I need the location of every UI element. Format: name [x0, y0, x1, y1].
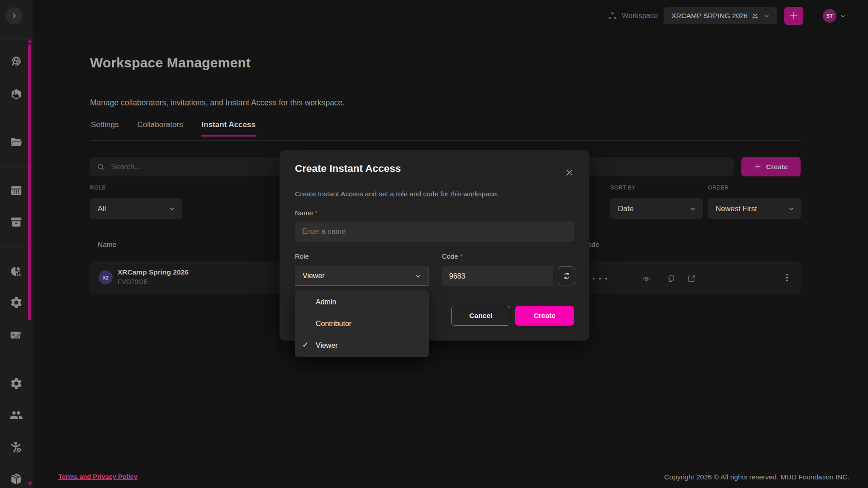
topbar: Workspace XRCAMP SRPING 2026 ST	[0, 0, 868, 32]
code-label-text: Code	[442, 252, 458, 260]
row-name: XRCamp Spring 2026	[118, 268, 189, 276]
sidebar-item-settings[interactable]	[9, 296, 23, 309]
package-box-icon	[9, 472, 23, 486]
terms-privacy-link[interactable]: Terms and Privacy Policy	[58, 473, 138, 480]
member-check-icon	[9, 441, 23, 454]
pie-chart-icon	[9, 265, 23, 279]
order-value: Newest First	[716, 204, 757, 213]
eye-icon	[641, 274, 651, 284]
group-icon	[751, 12, 759, 20]
role-dropdown-menu: Admin Contributor ✓ Viewer	[295, 290, 429, 357]
avatar: ST	[823, 9, 836, 23]
role-option-label: Viewer	[316, 341, 338, 350]
open-link-button[interactable]	[687, 274, 696, 283]
refresh-icon	[562, 271, 571, 280]
role-select-value: Viewer	[303, 272, 325, 280]
role-filter-label: ROLE	[90, 185, 106, 191]
create-button-label: Create	[766, 163, 787, 171]
external-link-icon	[687, 274, 696, 283]
sort-by-value: Date	[618, 204, 634, 213]
role-filter-value: All	[98, 204, 106, 213]
copy-icon	[667, 274, 676, 283]
sidebar-item-projects[interactable]	[9, 135, 23, 149]
tab-collaborators[interactable]: Collaborators	[136, 120, 184, 137]
close-icon	[564, 168, 574, 177]
required-asterisk: *	[315, 209, 318, 217]
role-option-admin[interactable]: Admin	[295, 291, 429, 313]
account-menu-button[interactable]: ST	[823, 9, 847, 23]
role-field-label: Role	[295, 252, 309, 260]
tab-bar: Settings Collaborators Instant Access	[90, 120, 256, 137]
chevron-down-icon	[839, 12, 847, 20]
sidebar-item-explore[interactable]	[9, 55, 23, 69]
row-avatar: X2	[99, 270, 113, 284]
workspace-label: Workspace	[622, 12, 658, 20]
chevron-right-icon	[9, 11, 19, 20]
sidebar-item-analytics[interactable]	[9, 265, 23, 279]
sidebar-item-licenses[interactable]	[9, 328, 23, 342]
cube-media-icon	[9, 88, 23, 101]
role-filter-dropdown[interactable]: All	[90, 198, 182, 219]
gear-icon	[9, 377, 23, 390]
workspace-nodes-icon	[607, 10, 618, 21]
sidebar-expand-button[interactable]	[5, 7, 23, 24]
card-edit-icon	[9, 328, 23, 342]
page-title: Workspace Management	[90, 55, 251, 71]
sidebar-divider	[0, 359, 33, 359]
sidebar-item-workspace-settings[interactable]	[9, 377, 23, 390]
topbar-divider	[813, 9, 813, 23]
people-icon	[9, 408, 23, 422]
code-input[interactable]	[442, 266, 553, 286]
chevron-down-icon	[787, 204, 796, 213]
sidebar	[0, 0, 33, 488]
folder-open-icon	[9, 135, 23, 149]
tab-instant-access[interactable]: Instant Access	[201, 120, 256, 137]
role-option-contributor[interactable]: Contributor	[295, 313, 429, 335]
tab-bar-rule	[90, 140, 802, 141]
sort-by-dropdown[interactable]: Date	[610, 198, 703, 219]
add-workspace-button[interactable]	[784, 7, 803, 25]
row-menu-button[interactable]	[783, 273, 792, 283]
order-dropdown[interactable]: Newest First	[708, 198, 802, 219]
copy-code-button[interactable]	[667, 274, 676, 283]
sort-by-label: SORT BY	[610, 185, 636, 191]
sidebar-item-sessions[interactable]	[9, 184, 23, 197]
chevron-down-icon	[414, 272, 422, 280]
sidebar-item-collaborators[interactable]	[9, 408, 23, 422]
workspace-selector[interactable]: XRCAMP SRPING 2026	[664, 7, 777, 24]
sidebar-item-members[interactable]	[9, 441, 23, 454]
code-field-label: Code *	[442, 252, 463, 260]
role-option-viewer[interactable]: ✓ Viewer	[295, 335, 429, 356]
app-window: Workspace XRCAMP SRPING 2026 ST	[0, 0, 868, 488]
gear-icon	[9, 296, 23, 309]
role-select[interactable]: Viewer	[295, 266, 429, 286]
plus-icon	[788, 10, 799, 21]
plus-icon	[754, 163, 762, 171]
chevron-down-icon	[688, 204, 697, 213]
modal-description: Create Instant Access and set a role and…	[295, 190, 499, 198]
name-column-header: Name	[98, 241, 116, 249]
name-input[interactable]	[295, 222, 574, 242]
page-subtitle: Manage collaborators, invitations, and I…	[90, 98, 345, 108]
sidebar-item-archive[interactable]	[9, 215, 23, 229]
cancel-button[interactable]: Cancel	[451, 306, 510, 326]
check-icon: ✓	[302, 340, 308, 350]
sidebar-item-assets[interactable]	[9, 88, 23, 101]
tab-settings[interactable]: Settings	[90, 120, 119, 137]
sidebar-item-packages[interactable]	[9, 472, 23, 486]
name-label-text: Name	[295, 209, 313, 217]
scrollbar-thumb[interactable]	[28, 44, 31, 320]
order-label: ORDER	[708, 185, 729, 191]
chevron-down-icon	[763, 12, 771, 20]
modal-create-button[interactable]: Create	[515, 306, 574, 326]
archive-box-icon	[9, 215, 23, 229]
modal-close-button[interactable]	[563, 166, 575, 178]
workspace-selector-value: XRCAMP SRPING 2026	[671, 12, 748, 20]
scrollbar-down-arrow[interactable]	[28, 482, 32, 486]
create-instant-access-button[interactable]: Create	[741, 157, 801, 176]
masked-code: •••	[593, 275, 612, 282]
kebab-icon	[786, 274, 788, 276]
regenerate-code-button[interactable]	[558, 266, 575, 285]
scrollbar-up-arrow[interactable]	[28, 39, 32, 43]
reveal-code-button[interactable]	[641, 274, 651, 284]
